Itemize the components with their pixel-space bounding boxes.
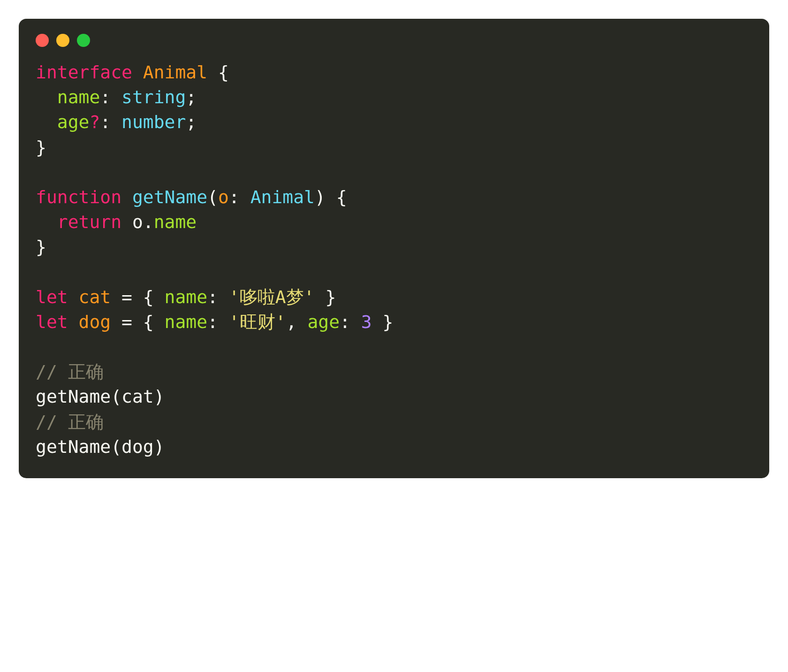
function-call-getname: getName xyxy=(36,436,111,457)
code-content: interface Animal { name: string; age?: n… xyxy=(36,60,752,459)
property-key-age: age xyxy=(307,312,340,332)
code-editor-window: interface Animal { name: string; age?: n… xyxy=(19,19,769,478)
keyword-let: let xyxy=(36,312,68,332)
brace: } xyxy=(36,137,46,158)
maximize-button[interactable] xyxy=(77,34,90,47)
number-literal: 3 xyxy=(361,312,372,332)
optional-marker: ? xyxy=(89,112,100,132)
comment-correct-2: // 正确 xyxy=(36,412,104,432)
paren: ( xyxy=(207,187,218,207)
indent xyxy=(36,212,57,232)
brace: { xyxy=(143,287,165,307)
argument-dog: dog xyxy=(121,436,154,457)
function-name: getName xyxy=(132,187,207,207)
equals: = xyxy=(111,312,143,332)
string-value-dog: '旺财' xyxy=(229,312,286,332)
window-controls xyxy=(36,34,752,47)
keyword-let: let xyxy=(36,287,68,307)
semicolon: ; xyxy=(186,112,197,132)
property-access-name: name xyxy=(154,212,197,232)
colon: : xyxy=(207,312,229,332)
type-number: number xyxy=(121,112,186,132)
keyword-return: return xyxy=(57,212,121,232)
close-button[interactable] xyxy=(36,34,49,47)
variable-cat: cat xyxy=(79,287,111,307)
equals: = xyxy=(111,287,143,307)
keyword-function: function xyxy=(36,187,121,207)
colon: : xyxy=(100,87,121,107)
indent xyxy=(36,87,57,107)
brace: } xyxy=(315,287,336,307)
indent xyxy=(36,112,57,132)
variable-dog: dog xyxy=(79,312,111,332)
brace: { xyxy=(143,312,165,332)
string-value-cat: '哆啦A梦' xyxy=(229,287,315,307)
semicolon: ; xyxy=(186,87,197,107)
function-call-getname: getName xyxy=(36,386,111,407)
dot: . xyxy=(143,212,154,232)
type-animal-ref: Animal xyxy=(250,187,315,207)
minimize-button[interactable] xyxy=(56,34,69,47)
type-string: string xyxy=(121,87,186,107)
brace: } xyxy=(36,237,46,257)
brace: { xyxy=(207,62,229,83)
colon: : xyxy=(229,187,250,207)
type-name-animal: Animal xyxy=(143,62,207,83)
variable-o: o xyxy=(132,212,143,232)
colon: : xyxy=(340,312,361,332)
property-key-name: name xyxy=(165,312,208,332)
space xyxy=(121,212,132,232)
colon: : xyxy=(100,112,121,132)
paren: ) xyxy=(154,436,165,457)
paren: ( xyxy=(111,436,121,457)
brace: { xyxy=(326,187,347,207)
property-key-name: name xyxy=(165,287,208,307)
argument-cat: cat xyxy=(121,386,154,407)
comma: , xyxy=(286,312,308,332)
parameter-o: o xyxy=(218,187,229,207)
keyword-interface: interface xyxy=(36,62,132,83)
colon: : xyxy=(207,287,229,307)
paren: ) xyxy=(315,187,326,207)
paren: ( xyxy=(111,386,121,407)
paren: ) xyxy=(154,386,165,407)
comment-correct-1: // 正确 xyxy=(36,361,104,382)
property-name: name xyxy=(57,87,100,107)
property-age: age xyxy=(57,112,90,132)
brace: } xyxy=(372,312,394,332)
